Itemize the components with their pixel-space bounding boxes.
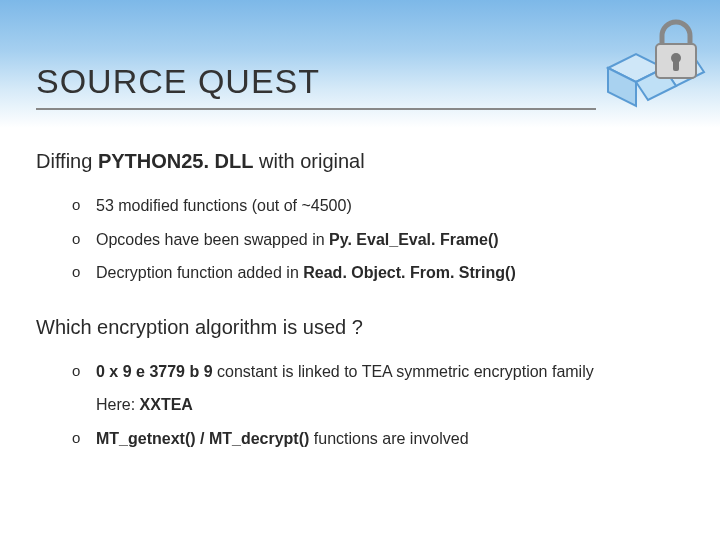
list-item: Here: XXTEA [72,394,684,416]
lock-box-icon [602,8,712,118]
slide-title: SOURCE QUEST [36,62,320,101]
section2-list: 0 x 9 e 3779 b 9 constant is linked to T… [72,361,684,450]
section1-heading-bold: PYTHON25. DLL [98,150,254,172]
section2-heading: Which encryption algorithm is used ? [36,316,684,339]
title-underline [36,108,596,110]
item-bold: 0 x 9 e 3779 b 9 [96,363,213,380]
section1-heading: Diffing PYTHON25. DLL with original [36,150,684,173]
item-bold: XXTEA [140,396,193,413]
list-item: 0 x 9 e 3779 b 9 constant is linked to T… [72,361,684,383]
item-bold: Read. Object. From. String() [303,264,515,281]
list-item: MT_getnext() / MT_decrypt() functions ar… [72,428,684,450]
list-item: 53 modified functions (out of ~4500) [72,195,684,217]
section1-list: 53 modified functions (out of ~4500) Opc… [72,195,684,284]
item-pre: 53 modified functions (out of ~4500) [96,197,352,214]
svg-rect-6 [673,60,679,71]
item-post: constant is linked to TEA symmetric encr… [213,363,594,380]
item-pre: Decryption function added in [96,264,303,281]
item-pre: Opcodes have been swapped in [96,231,329,248]
item-post: functions are involved [309,430,468,447]
item-bold: MT_getnext() / MT_decrypt() [96,430,309,447]
section1-heading-post: with original [253,150,364,172]
list-item: Opcodes have been swapped in Py. Eval_Ev… [72,229,684,251]
section1-heading-pre: Diffing [36,150,98,172]
item-bold: Py. Eval_Eval. Frame() [329,231,499,248]
list-item: Decryption function added in Read. Objec… [72,262,684,284]
item-pre: Here: [96,396,140,413]
slide-content: Diffing PYTHON25. DLL with original 53 m… [36,150,684,478]
